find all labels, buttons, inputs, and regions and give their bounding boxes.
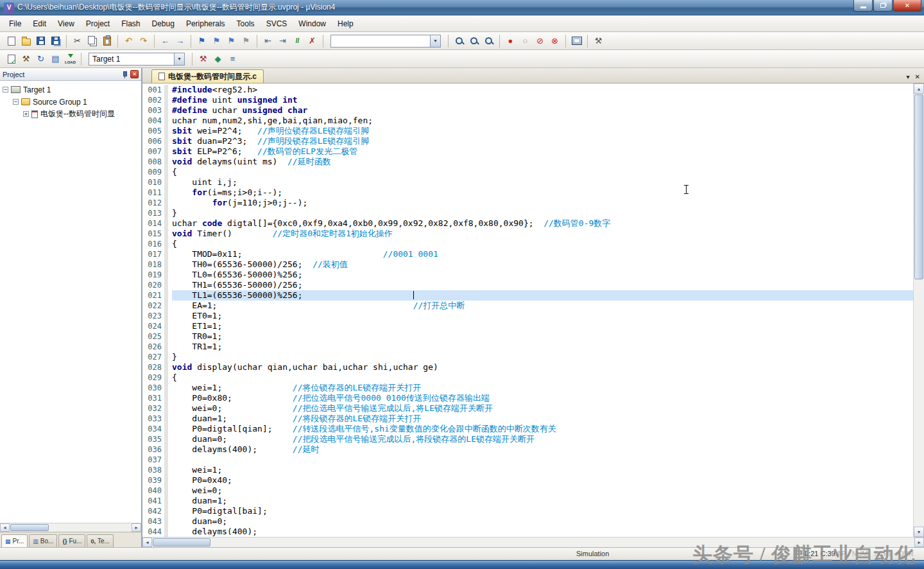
options-for-target-icon[interactable]: ⚒: [196, 52, 210, 66]
code-line[interactable]: 022 EA=1; //打开总中断: [142, 301, 913, 311]
code-line[interactable]: 030 wei=1; //将位锁存器的LE锁存端开关打开: [142, 383, 913, 393]
code-line[interactable]: 008void delayms(uint ms) //延时函数: [142, 157, 913, 167]
code-line[interactable]: 041 duan=1;: [142, 496, 913, 506]
save-icon[interactable]: [33, 34, 48, 48]
menu-help[interactable]: Help: [332, 17, 359, 31]
nav-forward-icon[interactable]: →: [173, 34, 187, 48]
download-icon[interactable]: LOAD: [63, 52, 78, 66]
breakpoint-kill-all-icon[interactable]: ⊗: [547, 34, 562, 48]
code-line[interactable]: 037: [142, 455, 913, 465]
comment-selection-icon[interactable]: //: [290, 34, 305, 48]
save-all-icon[interactable]: [48, 34, 63, 48]
configure-tools-icon[interactable]: ⚒: [591, 34, 606, 48]
code-line[interactable]: 018 TH0=(65536-50000)/256; //装初值: [142, 259, 913, 270]
editor-tab[interactable]: 电饭煲--数码管时间显示.c: [151, 69, 264, 83]
tab-close-icon[interactable]: ✕: [915, 73, 920, 80]
code-line[interactable]: 036 delayms(400); //延时: [142, 444, 913, 455]
code-line[interactable]: 038 wei=1;: [142, 465, 913, 475]
code-line[interactable]: 004uchar num,num2,shi,ge,bai,qian,miao,f…: [142, 116, 913, 126]
code-line[interactable]: 007sbit ELP=P2^6; //数码管的ELP发光二极管: [142, 146, 913, 157]
scroll-track[interactable]: [10, 523, 132, 532]
vscroll-thumb[interactable]: [914, 94, 923, 279]
code-line[interactable]: 035 duan=0; //把段选电平信号输送完成以后,将段锁存器的LE锁存端开…: [142, 434, 913, 444]
close-button[interactable]: ✕: [893, 0, 921, 12]
code-line[interactable]: 044 delayms(400);: [142, 527, 913, 537]
code-line[interactable]: 013}: [142, 208, 913, 218]
minimize-button[interactable]: [853, 0, 873, 12]
expand-icon[interactable]: +: [23, 111, 29, 117]
code-line[interactable]: 016{: [142, 239, 913, 249]
panel-tab-functions[interactable]: {}Fu...: [58, 534, 85, 547]
code-line[interactable]: 043 duan=0;: [142, 516, 913, 527]
target-select-combo[interactable]: Target 1▾: [89, 53, 185, 66]
rebuild-icon[interactable]: ↻: [33, 52, 48, 66]
code-line[interactable]: 003#define uchar unsigned char: [142, 105, 913, 116]
menu-peripherals[interactable]: Peripherals: [181, 17, 230, 31]
code-line[interactable]: 026 TR1=1;: [142, 342, 913, 352]
code-line[interactable]: 009{: [142, 167, 913, 177]
nav-back-icon[interactable]: ←: [158, 34, 173, 48]
panel-tab-books[interactable]: ▥Bo...: [29, 534, 57, 547]
code-line[interactable]: 010 uint i,j;: [142, 177, 913, 188]
code-line[interactable]: 024 ET1=1;: [142, 321, 913, 331]
scroll-left-icon[interactable]: ◂: [0, 523, 10, 532]
code-line[interactable]: 017 TMOD=0x11; //0001 0001: [142, 249, 913, 259]
panel-tab-templates[interactable]: 0,Te...: [87, 534, 113, 547]
code-line[interactable]: 034 P0=digtal[qian]; //转送段选电平信号,shi变量数值的…: [142, 424, 913, 434]
code-line[interactable]: 025 TR0=1;: [142, 331, 913, 342]
menu-file[interactable]: File: [4, 17, 26, 31]
chevron-down-icon[interactable]: ▾: [174, 53, 184, 65]
manage-runtime-icon[interactable]: ◆: [210, 52, 225, 66]
indent-icon[interactable]: ⇥: [275, 34, 290, 48]
code-line[interactable]: 027}: [142, 352, 913, 362]
code-line[interactable]: 031 P0=0x80; //把位选电平信号0000 0100传送到位锁存器输出…: [142, 393, 913, 403]
code-line[interactable]: 033 duan=1; //将段锁存器的LE锁存端开关打开: [142, 414, 913, 424]
breakpoint-enable-disable-icon[interactable]: ○: [518, 34, 533, 48]
breakpoint-disable-all-icon[interactable]: ⊘: [533, 34, 547, 48]
code-line[interactable]: 019 TL0=(65536-50000)%256;: [142, 270, 913, 280]
uncomment-selection-icon[interactable]: ✗: [305, 34, 320, 48]
bookmark-prev-icon[interactable]: ⚑: [209, 34, 224, 48]
code-line[interactable]: 020 TH1=(65536-50000)/256;: [142, 280, 913, 290]
bookmark-clear-icon[interactable]: ⚑: [239, 34, 253, 48]
find-in-files-icon[interactable]: [452, 34, 466, 48]
find-combo[interactable]: ▾: [330, 35, 441, 48]
scroll-left-icon[interactable]: ◂: [142, 538, 152, 547]
copy-icon[interactable]: [85, 34, 99, 48]
tree-item-target[interactable]: −Target 1: [0, 83, 141, 96]
tab-list-dropdown-icon[interactable]: ▾: [907, 73, 910, 80]
tree-item-file[interactable]: +电饭煲--数码管时间显: [0, 108, 141, 120]
restore-button[interactable]: [873, 0, 893, 12]
code-line[interactable]: 021 TL1=(65536-50000)%256;: [142, 290, 913, 301]
collapse-icon[interactable]: −: [3, 87, 8, 92]
menu-flash[interactable]: Flash: [116, 17, 145, 31]
code-line[interactable]: 011 for(i=ms;i>0;i--);: [142, 188, 913, 198]
menu-view[interactable]: View: [53, 17, 80, 31]
scroll-right-icon[interactable]: ▸: [914, 538, 924, 547]
code-line[interactable]: 028void display(uchar qian,uchar bai,uch…: [142, 362, 913, 372]
build-icon[interactable]: ⚒: [19, 52, 33, 66]
manage-items-icon[interactable]: ≡: [225, 52, 240, 66]
vscroll-track[interactable]: [914, 94, 924, 527]
code-line[interactable]: 042 P0=digtal[bai];: [142, 506, 913, 516]
collapse-icon[interactable]: −: [13, 99, 19, 105]
code-line[interactable]: 001#include<reg52.h>: [142, 85, 913, 95]
scroll-thumb[interactable]: [10, 524, 49, 531]
code-line[interactable]: 029{: [142, 372, 913, 383]
breakpoint-toggle-icon[interactable]: ●: [503, 34, 518, 48]
menu-project[interactable]: Project: [81, 17, 115, 31]
menu-tools[interactable]: Tools: [232, 17, 260, 31]
chevron-down-icon[interactable]: ▾: [430, 35, 440, 47]
redo-icon[interactable]: ↷: [136, 34, 151, 48]
scroll-right-icon[interactable]: ▸: [132, 523, 141, 532]
code-line[interactable]: 002#define uint unsigned int: [142, 95, 913, 105]
bookmark-next-icon[interactable]: ⚑: [224, 34, 239, 48]
hscroll-thumb[interactable]: [153, 538, 210, 547]
menu-window[interactable]: Window: [293, 17, 331, 31]
unindent-icon[interactable]: ⇤: [261, 34, 275, 48]
undo-icon[interactable]: ↶: [121, 34, 136, 48]
cut-icon[interactable]: ✂: [70, 34, 85, 48]
paste-icon[interactable]: [99, 34, 114, 48]
find-icon[interactable]: [466, 34, 481, 48]
tree-item-folder[interactable]: −Source Group 1: [0, 96, 141, 108]
